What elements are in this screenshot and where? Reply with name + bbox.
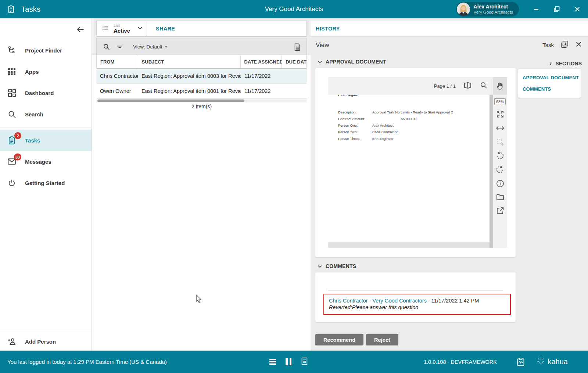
user-menu[interactable]: Alex Architect Very Good Architects [456, 2, 519, 17]
view-selector[interactable]: View: Default [133, 44, 168, 50]
section-link-comments[interactable]: COMMENTS [518, 83, 581, 95]
column-header-due-date[interactable]: DUE DAT [282, 55, 306, 68]
pan-hand-tool[interactable] [493, 77, 507, 95]
reject-button[interactable]: Reject [366, 334, 398, 345]
comment-highlighted[interactable]: Chris Contractor - Very Good Contractors… [323, 294, 511, 315]
open-external-icon[interactable] [496, 206, 505, 215]
dashboard-icon [7, 88, 17, 98]
diagnostics-clipboard-icon[interactable] [517, 351, 525, 373]
pause-icon[interactable] [286, 358, 291, 365]
sidebar-item-apps[interactable]: Apps [0, 61, 92, 82]
comment-timestamp: - 11/17/2022 1:42 PM [427, 298, 479, 304]
minimize-button[interactable] [532, 5, 540, 13]
sections-nav: APPROVAL DOCUMENT COMMENTS [518, 69, 581, 98]
page-indicator: Page 1 / 1 [434, 83, 456, 89]
sidebar-item-project-finder[interactable]: Project Finder [0, 40, 92, 61]
scrollbar-thumb[interactable] [97, 99, 244, 102]
kahua-logo-icon [537, 357, 545, 367]
version-text: 1.0.0.108 - DEVFRAMEWORK [424, 351, 497, 373]
list-icon [102, 24, 109, 33]
cell-from: Chris Contractor [96, 69, 138, 83]
close-button[interactable] [573, 5, 581, 13]
field-value: Chris Contractor [372, 130, 398, 134]
column-header-from[interactable]: FROM [97, 55, 138, 68]
search-list-button[interactable] [103, 43, 110, 51]
sidebar-item-label: Search [25, 111, 43, 117]
status-center-icons [269, 351, 308, 373]
comments-section-header[interactable]: COMMENTS [317, 263, 356, 269]
comment-body: Reverted:Please answer this question [329, 304, 510, 310]
comments-section-title: COMMENTS [326, 263, 356, 269]
fit-width-page-icon[interactable] [463, 81, 472, 91]
field-label: Person One: [338, 123, 372, 127]
recommend-button[interactable]: Recommend [315, 334, 363, 345]
collapse-sidebar-button[interactable] [75, 24, 86, 35]
select-region-icon[interactable] [496, 138, 505, 146]
cell-subject: East Region: Approval item 0001 for Revi… [138, 84, 241, 98]
cell-due-date [282, 84, 307, 98]
cell-from: Owen Owner [96, 84, 138, 98]
export-grid-icon[interactable] [293, 43, 301, 52]
sidebar-nav: Project Finder Apps Dashboard Search [0, 40, 92, 193]
sidebar: Project Finder Apps Dashboard Search [0, 18, 92, 351]
document-page[interactable]: East Region Description:Approval Task No… [328, 95, 490, 242]
share-button[interactable]: SHARE [147, 21, 306, 36]
comments-divider [328, 290, 503, 290]
chevron-right-icon [548, 61, 553, 66]
add-person-label: Add Person [25, 338, 56, 345]
rotate-cw-icon[interactable] [495, 165, 505, 174]
approval-document-card: Page 1 / 1 East Region Description:Appro… [315, 68, 516, 257]
sidebar-item-dashboard[interactable]: Dashboard [0, 82, 92, 104]
sidebar-item-label: Dashboard [25, 90, 54, 96]
fit-width-icon[interactable] [495, 123, 505, 133]
chevron-down-icon [317, 264, 323, 269]
avatar [457, 3, 470, 16]
search-document-icon[interactable] [480, 81, 488, 91]
field-label: Person Three: [338, 137, 372, 141]
list-selector-dropdown[interactable]: List Active [97, 21, 147, 36]
column-header-subject[interactable]: SUBJECT [138, 55, 241, 68]
approval-document-section-header[interactable]: APPROVAL DOCUMENT [317, 59, 386, 65]
popout-task-icon[interactable]: 1 [560, 40, 569, 50]
viewer-vertical-scrollbar[interactable] [490, 95, 493, 248]
sidebar-item-getting-started[interactable]: Getting Started [0, 172, 92, 193]
comment-author-link[interactable]: Chris Contractor - Very Good Contractors [329, 298, 427, 304]
sidebar-item-label: Tasks [25, 137, 40, 144]
table-row[interactable]: Owen Owner East Region: Approval item 00… [96, 84, 307, 99]
restore-button[interactable] [553, 5, 561, 13]
sidebar-item-tasks[interactable]: 2 Tasks [0, 130, 92, 151]
approval-section-title: APPROVAL DOCUMENT [326, 59, 386, 65]
sidebar-item-label: Getting Started [25, 180, 65, 186]
list-selector-value: Active [114, 28, 137, 34]
sidebar-divider [0, 127, 92, 127]
sidebar-bottom: Add Person [0, 327, 92, 351]
caret-down-icon [165, 46, 168, 48]
sidebar-item-messages[interactable]: 33 Messages [0, 151, 92, 172]
window-controls [532, 0, 581, 18]
filter-icon[interactable] [116, 43, 123, 51]
queue-menu-icon[interactable] [269, 359, 276, 365]
cell-due-date [282, 69, 307, 83]
sidebar-item-search[interactable]: Search [0, 104, 92, 125]
field-value: Alex Architect [372, 123, 394, 127]
history-button[interactable]: HISTORY [316, 26, 340, 32]
project-finder-icon [7, 45, 17, 55]
log-document-icon[interactable] [301, 357, 308, 367]
table-row[interactable]: Chris Contractor East Region: Approval i… [96, 69, 307, 84]
sections-toggle[interactable]: SECTIONS [548, 61, 582, 66]
fullscreen-icon[interactable] [496, 110, 505, 119]
info-icon[interactable] [496, 179, 505, 188]
rotate-ccw-icon[interactable] [495, 151, 505, 160]
sidebar-item-label: Project Finder [25, 47, 62, 54]
folder-icon[interactable] [496, 193, 505, 202]
column-header-date-assigned[interactable]: DATE ASSIGNED [241, 55, 282, 68]
field-value: Erin Engineer [372, 137, 394, 141]
zoom-level-badge[interactable]: 68% [494, 98, 506, 105]
section-link-approval-document[interactable]: APPROVAL DOCUMENT [518, 72, 581, 83]
close-detail-icon[interactable] [576, 41, 582, 49]
add-person-button[interactable]: Add Person [0, 332, 92, 351]
horizontal-scrollbar[interactable] [96, 99, 307, 102]
view-header: View Task 1 [311, 37, 588, 53]
item-count: 2 Item(s) [96, 104, 307, 109]
document-header: East Region [338, 95, 490, 97]
